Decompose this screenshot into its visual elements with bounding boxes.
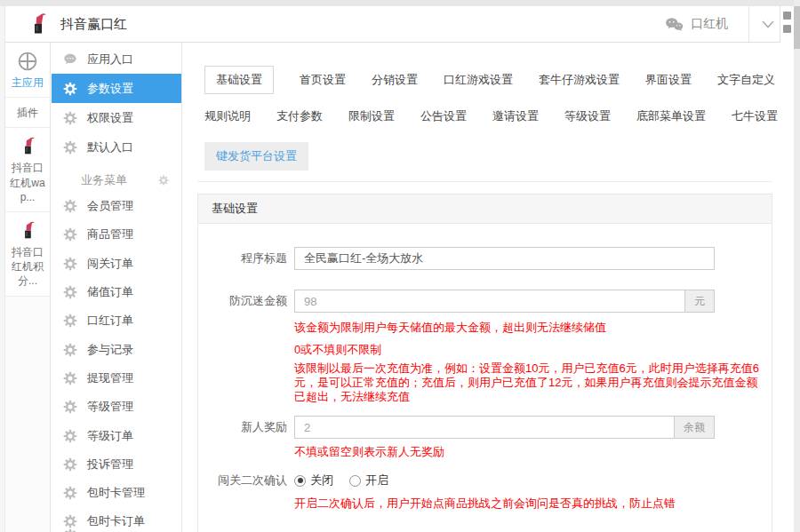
sidebar-item-6[interactable]: 提现管理	[52, 364, 181, 393]
gear-icon	[63, 514, 77, 528]
tab-row1-6[interactable]: 文字自定义	[717, 67, 775, 93]
wechat-icon	[665, 17, 684, 32]
gear-icon	[63, 429, 77, 443]
account-switcher[interactable]: 口红机	[665, 6, 728, 42]
field-label: 防沉迷金额	[198, 293, 287, 309]
clipped-widget[interactable]	[780, 6, 794, 43]
sidebar-item-label: 口红订单	[87, 313, 133, 329]
field-label: 程序标题	[198, 250, 287, 266]
rail-items: 主应用插件抖音口红机wap...抖音口红机积分...	[5, 43, 50, 297]
sidebar-item-label: 参与记录	[87, 342, 133, 358]
sidebar-item-label: 提现管理	[87, 370, 133, 386]
field-label: 新人奖励	[198, 419, 287, 435]
sidebar-top-item-1[interactable]: 参数设置	[52, 74, 181, 103]
tab-row1-5[interactable]: 界面设置	[645, 67, 692, 93]
newcomer-reward-input-wrap: 余额	[294, 416, 715, 439]
settings-panel: 基础设置 程序标题 防沉迷金额 元 该金额为限制用户每天储值的最大金额，超出则无…	[197, 194, 772, 532]
tab-row2-0[interactable]: 规则说明	[204, 103, 251, 130]
gear-icon	[63, 199, 77, 213]
tab-row1-1[interactable]: 首页设置	[300, 67, 346, 93]
scrollbar-thumb[interactable]	[794, 6, 800, 49]
tab-row1-0[interactable]: 基础设置	[204, 66, 274, 94]
sidebar-top-item-3[interactable]: 默认入口	[52, 132, 181, 162]
sidebar-item-label: 投诉管理	[87, 457, 133, 472]
gear-icon	[63, 343, 77, 357]
radio-option-open[interactable]: 开启	[349, 472, 388, 488]
chevron-down-icon[interactable]	[761, 18, 775, 30]
input-addon-balance: 余额	[674, 417, 714, 438]
sidebar-top-item-0[interactable]: 应用入口	[52, 44, 181, 74]
sidebar-item-label: 参数设置	[87, 81, 133, 97]
sidebar-item-2[interactable]: 闯关订单	[52, 250, 181, 278]
top-edge-strip	[0, 0, 800, 6]
sidebar-item-1[interactable]: 商品管理	[52, 220, 181, 249]
apps-grid-icon	[17, 51, 38, 72]
tab-row2-6[interactable]: 底部菜单设置	[636, 103, 706, 130]
tab-row2-2[interactable]: 限制设置	[348, 103, 395, 130]
newcomer-reward-input[interactable]	[295, 417, 674, 438]
delivery-platform-tab-button[interactable]: 键发货平台设置	[204, 142, 308, 171]
form-row-program-title: 程序标题	[198, 247, 772, 270]
gear-icon	[63, 314, 77, 328]
rail-item-1[interactable]: 插件	[5, 98, 50, 128]
sidebar-item-5[interactable]: 参与记录	[52, 335, 181, 363]
tab-row1-3[interactable]: 口红游戏设置	[444, 67, 513, 93]
sidebar-item-8[interactable]: 等级订单	[52, 421, 181, 449]
tab-row2-3[interactable]: 公告设置	[420, 103, 467, 130]
form-row-newcomer-reward: 新人奖励 余额	[198, 416, 772, 439]
anti-addiction-input[interactable]	[295, 290, 684, 312]
lipstick-icon	[17, 220, 38, 242]
sidebar-item-label: 应用入口	[87, 52, 133, 67]
sidebar-item-label: 默认入口	[87, 139, 133, 155]
sidebar-item-0[interactable]: 会员管理	[52, 192, 181, 220]
sidebar-item-3[interactable]: 储值订单	[52, 278, 181, 306]
program-title-input[interactable]	[294, 247, 715, 270]
panel-title: 基础设置	[198, 195, 772, 224]
sidebar-item-10[interactable]: 包时卡管理	[52, 479, 181, 507]
sidebar-item-label: 等级订单	[87, 428, 133, 444]
sidebar-item-7[interactable]: 等级管理	[52, 393, 181, 421]
form-row-anti-addiction: 防沉迷金额 元	[198, 290, 772, 313]
gear-icon	[63, 111, 77, 125]
comment-icon	[63, 52, 77, 67]
sidebar-item-label: 商品管理	[87, 226, 133, 242]
tab-row2-4[interactable]: 邀请设置	[492, 103, 539, 130]
tab-row2-1[interactable]: 支付参数	[276, 103, 323, 130]
tab-row2-5[interactable]: 等级设置	[564, 103, 611, 130]
scrollbar[interactable]	[794, 0, 800, 532]
field-hint: 该限制以最后一次充值为准，例如：设置金额10元，用户已充值6元，此时用户选择再充…	[294, 361, 764, 404]
sidebar-item-label: 包时卡管理	[87, 485, 145, 501]
account-label: 口红机	[691, 16, 728, 32]
tab-row2-7[interactable]: 七牛设置	[732, 103, 778, 130]
rail-item-label: 主应用	[8, 75, 47, 90]
sidebar-item-label: 权限设置	[87, 110, 133, 126]
header: 抖音赢口红 口红机	[5, 6, 780, 43]
field-label: 闯关二次确认	[198, 472, 287, 488]
sidebar-group-header[interactable]: 业务菜单	[52, 169, 181, 192]
sidebar-menu-items: 会员管理商品管理闯关订单储值订单口红订单参与记录提现管理等级管理等级订单投诉管理…	[52, 192, 181, 532]
gear-icon	[63, 486, 77, 500]
tab-row1-4[interactable]: 套牛仔游戏设置	[539, 67, 620, 93]
radio-option-close[interactable]: 关闭	[294, 472, 333, 488]
field-hint: 该金额为限制用户每天储值的最大金额，超出则无法继续储值	[294, 321, 772, 334]
confirm-radio-group: 关闭 开启	[294, 472, 388, 488]
clipped-glyph	[783, 12, 791, 20]
sidebar-item-9[interactable]: 投诉管理	[52, 450, 181, 479]
tab-row1-2[interactable]: 分销设置	[372, 67, 418, 93]
lipstick-icon	[25, 12, 51, 37]
form-row-confirm: 闯关二次确认 关闭 开启	[198, 472, 772, 488]
rail-item-2[interactable]: 抖音口红机wap...	[5, 128, 50, 212]
gear-icon	[63, 285, 77, 299]
lipstick-icon	[17, 136, 38, 157]
sidebar-top-item-2[interactable]: 权限设置	[52, 103, 181, 132]
rail-item-0[interactable]: 主应用	[5, 43, 50, 98]
rail-item-label: 插件	[8, 106, 47, 120]
sidebar-item-4[interactable]: 口红订单	[52, 306, 181, 335]
sidebar: 应用入口参数设置权限设置默认入口 业务菜单 会员管理商品管理闯关订单储值订单口红…	[52, 43, 182, 532]
radio-icon[interactable]	[294, 475, 306, 487]
radio-label: 开启	[365, 472, 388, 488]
sidebar-top-items: 应用入口参数设置权限设置默认入口	[52, 43, 181, 162]
gear-icon	[63, 257, 77, 271]
radio-icon[interactable]	[349, 475, 361, 487]
rail-item-3[interactable]: 抖音口红机积分...	[5, 212, 50, 297]
